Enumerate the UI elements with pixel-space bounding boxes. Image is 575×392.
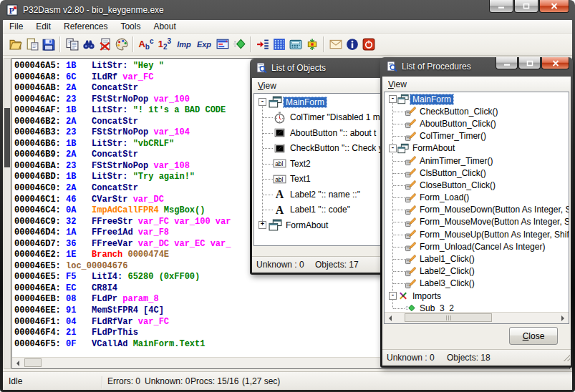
email-button[interactable]	[327, 36, 344, 53]
close-button[interactable]	[539, 0, 569, 13]
tree-item[interactable]: Form_Load()	[385, 192, 569, 204]
open-file-button[interactable]	[7, 36, 24, 53]
hex-view-button[interactable]	[271, 36, 287, 53]
procedures-close-button[interactable]	[541, 57, 569, 69]
tree-item[interactable]: ablText2	[254, 156, 389, 172]
calculator-button[interactable]	[287, 36, 304, 53]
tree-item[interactable]: CheckButton_Click()	[385, 105, 569, 117]
tree-item-label[interactable]: FormAbout	[410, 143, 457, 153]
procedures-hscroll-thumb[interactable]	[405, 313, 492, 322]
import-references-button[interactable]: Imp	[174, 36, 194, 53]
vertical-scrollbar-thumb[interactable]	[4, 108, 10, 167]
menu-item-references[interactable]: References	[57, 21, 114, 32]
tree-item[interactable]: AnimTimer_Timer()	[385, 155, 569, 167]
tree-item-label[interactable]: AboutButton ":: about t	[288, 128, 378, 138]
tree-item-label[interactable]: CheckButton_Click()	[417, 107, 500, 117]
string-references-button[interactable]: Abc	[137, 36, 155, 53]
tree-item[interactable]: Form_MouseUp(Button As Integer, Shift	[385, 228, 569, 240]
procedures-horizontal-scrollbar[interactable]	[385, 312, 569, 323]
minimize-button[interactable]	[489, 0, 513, 13]
tree-item[interactable]: AboutButton_Click()	[385, 117, 569, 129]
tree-item-label[interactable]: Label1 ":: code"	[288, 205, 352, 215]
tree-item[interactable]: CloseButton_Click()	[385, 179, 569, 191]
tree-item[interactable]: -Imports	[385, 290, 569, 302]
tree-item-label[interactable]: CloseButton_Click()	[417, 180, 498, 190]
procedures-maximize-button[interactable]	[518, 57, 541, 69]
tree-item-label[interactable]: Form_Unload(Cancel As Integer)	[417, 242, 547, 252]
vertical-scrollbar[interactable]	[4, 58, 11, 369]
number-references-button[interactable]: 123	[155, 36, 174, 53]
scroll-left-arrow[interactable]	[385, 314, 395, 322]
tree-item-label[interactable]: Label3_Click()	[417, 278, 477, 288]
maximize-button[interactable]	[514, 0, 538, 13]
tree-item-label[interactable]: Text1	[288, 174, 313, 184]
tree-item-label[interactable]: Form_MouseDown(Button As Integer, Sh	[417, 205, 569, 215]
find-button[interactable]	[80, 36, 97, 53]
tree-item[interactable]: AboutButton ":: about t	[254, 125, 389, 141]
tree-expand-toggle[interactable]: -	[258, 98, 266, 106]
close-list-button[interactable]: Close	[509, 327, 558, 345]
tree-item-label[interactable]: Label2_Click()	[417, 266, 477, 276]
tree-item[interactable]: CheckButton ":: Check y	[254, 141, 389, 157]
tree-item[interactable]: Label1_Click()	[385, 253, 569, 265]
procedures-menu-view[interactable]: View	[382, 79, 412, 89]
tree-item[interactable]: Form_Unload(Cancel As Integer)	[385, 240, 569, 253]
tree-item-label[interactable]: AnimTimer_Timer()	[417, 156, 495, 166]
goto-button[interactable]	[254, 36, 271, 53]
procedures-title-bar[interactable]: List of Procedures	[380, 57, 573, 77]
tree-item[interactable]: -MainForm	[254, 94, 389, 110]
tree-item-label[interactable]: FormAbout	[284, 220, 330, 230]
tree-item-label[interactable]: MainForm	[284, 97, 327, 107]
tree-item[interactable]: ColTimer "Disabled 1 ms	[254, 110, 389, 126]
scroll-left-arrow[interactable]	[13, 359, 23, 367]
menu-item-edit[interactable]: Edit	[29, 21, 57, 32]
objects-menu-view[interactable]: View	[252, 81, 282, 91]
tree-item[interactable]: +FormAbout	[254, 217, 389, 233]
colors-button[interactable]	[113, 36, 130, 53]
menu-item-about[interactable]: About	[147, 21, 182, 32]
horizontal-scrollbar-thumb[interactable]	[24, 358, 42, 367]
tree-expand-toggle[interactable]: +	[258, 221, 266, 229]
patcher-button[interactable]	[304, 36, 320, 53]
save-button[interactable]	[40, 36, 57, 53]
export-references-button[interactable]: Exp	[194, 36, 214, 53]
menu-item-file[interactable]: File	[3, 21, 29, 32]
copy-button[interactable]	[64, 36, 80, 53]
tree-item[interactable]: Form_MouseDown(Button As Integer, Sh	[385, 204, 569, 216]
tree-item[interactable]: -FormAbout	[385, 142, 569, 155]
forms-button[interactable]	[214, 36, 231, 53]
tree-expand-toggle[interactable]: -	[389, 95, 397, 103]
scroll-right-arrow[interactable]	[558, 314, 568, 322]
title-bar[interactable]: P P32Dasm v2.80 - bio_keygenme.exe	[0, 0, 575, 20]
tree-item[interactable]: ClsButton_Click()	[385, 167, 569, 179]
procedures-button[interactable]	[231, 36, 247, 53]
tree-item[interactable]: ALabel2 ":: name ::"	[254, 187, 389, 202]
tree-item-label[interactable]: Form_MouseUp(Button As Integer, Shift	[417, 230, 569, 240]
tree-item-label[interactable]: ColTimer "Disabled 1 ms	[288, 112, 387, 122]
tree-item-label[interactable]: Label1_Click()	[417, 254, 477, 264]
tree-item-label[interactable]: Text2	[288, 159, 313, 169]
tree-item[interactable]: Sub_3_2	[385, 302, 569, 313]
tree-item-label[interactable]: CheckButton ":: Check y	[288, 143, 385, 153]
tree-item-label[interactable]: AboutButton_Click()	[417, 119, 498, 129]
tree-item[interactable]: -MainForm	[385, 93, 569, 105]
tree-item[interactable]: Form_MouseMove(Button As Integer, Sh	[385, 216, 569, 228]
resize-grip[interactable]	[561, 353, 570, 361]
tree-expand-toggle[interactable]: -	[389, 144, 397, 152]
tree-item[interactable]: ColTimer_Timer()	[385, 130, 569, 142]
tree-item[interactable]: ablText1	[254, 172, 389, 187]
tree-item[interactable]: Label3_Click()	[385, 278, 569, 290]
paste-button[interactable]	[24, 36, 40, 53]
tree-item-label[interactable]: Form_MouseMove(Button As Integer, Sh	[417, 217, 569, 227]
tree-item-label[interactable]: ClsButton_Click()	[417, 168, 488, 178]
delete-button[interactable]	[97, 36, 113, 53]
tree-item-label[interactable]: MainForm	[410, 94, 453, 104]
about-button[interactable]	[344, 36, 360, 53]
objects-title-bar[interactable]: List of Objects	[250, 59, 393, 78]
tree-item[interactable]: Label2_Click()	[385, 265, 569, 278]
exit-button[interactable]	[360, 36, 377, 53]
tree-item-label[interactable]: Label2 ":: name ::"	[288, 190, 362, 200]
tree-item[interactable]: ALabel1 ":: code"	[254, 202, 389, 218]
tree-expand-toggle[interactable]: -	[389, 292, 397, 300]
tree-item-label[interactable]: ColTimer_Timer()	[417, 131, 488, 141]
